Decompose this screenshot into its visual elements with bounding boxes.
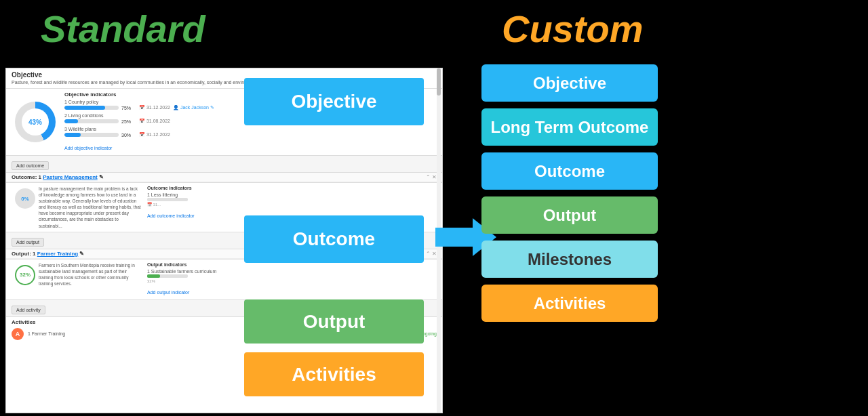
custom-item-outcome[interactable]: Outcome bbox=[481, 152, 658, 190]
output-name-link[interactable]: Farmer Training bbox=[37, 251, 78, 257]
indicator-date: 📅 31.12.2022 bbox=[139, 132, 170, 138]
add-outcome-button[interactable]: Add outcome bbox=[12, 161, 49, 170]
custom-item-output[interactable]: Output bbox=[481, 196, 658, 234]
add-outcome-bar: Add outcome bbox=[6, 155, 442, 172]
output-description: Farmers in Southern Monitopia receive tr… bbox=[39, 262, 147, 297]
custom-item-milestones[interactable]: Milestones bbox=[481, 241, 658, 278]
overlay-output-button[interactable]: Output bbox=[244, 299, 424, 344]
standard-title: Standard bbox=[41, 7, 205, 51]
outcome-header-title: Outcome: 1 Pasture Management ✎ bbox=[12, 174, 104, 180]
indicator-bar-bg bbox=[64, 119, 119, 123]
output-circle: 32% bbox=[12, 262, 39, 297]
outcome-percent-circle: 0% bbox=[15, 188, 35, 209]
activity-name: 1 Farmer Training bbox=[28, 331, 65, 336]
output-indicator-item: 1 Sustainable farmers curriculum 32% bbox=[147, 269, 437, 283]
indicator-pct: 75% bbox=[121, 106, 136, 110]
indicator-pct: 30% bbox=[121, 133, 136, 138]
outcome-section-header: Outcome: 1 Pasture Management ✎ ⌃ ✕ bbox=[6, 172, 442, 182]
custom-items-list: Objective Long Term Outcome Outcome Outp… bbox=[481, 64, 658, 322]
overlay-objective-button[interactable]: Objective bbox=[244, 78, 424, 125]
outcome-indicator-item: 1 Less littering 📅 31... bbox=[147, 192, 437, 207]
indicator-bar-row: 30% 📅 31.12.2022 bbox=[64, 132, 437, 138]
output-indicators: Output indicators 1 Sustainable farmers … bbox=[147, 262, 437, 297]
outcome-circle: 0% bbox=[12, 186, 39, 229]
output-header-title: Output: 1 Farmer Training ✎ bbox=[12, 251, 84, 257]
output-section: 32% Farmers in Southern Monitopia receiv… bbox=[6, 259, 442, 299]
indicator-date: 📅 31.12.2022 bbox=[139, 105, 170, 110]
indicator-item: 3 Wildlife plans 30% 📅 31.12.2022 bbox=[64, 127, 437, 138]
indicator-date: 📅 31.08.2022 bbox=[139, 119, 170, 124]
indicator-person: 👤 Jack Jackson ✎ bbox=[173, 105, 214, 110]
overlay-activities-button[interactable]: Activities bbox=[244, 352, 424, 396]
custom-item-activities[interactable]: Activities bbox=[481, 285, 658, 322]
add-outcome-indicator-button[interactable]: Add outcome indicator bbox=[147, 213, 195, 218]
left-section: Standard Objective Pasture, forest and w… bbox=[0, 0, 448, 416]
indicator-bar-fill bbox=[64, 133, 81, 137]
activity-icon: A bbox=[12, 328, 24, 340]
donut-percent: 43% bbox=[22, 108, 49, 136]
add-output-button[interactable]: Add output bbox=[12, 238, 44, 247]
add-activity-button[interactable]: Add activity bbox=[12, 306, 45, 314]
right-section: Custom Objective Long Term Outcome Outco… bbox=[461, 0, 868, 416]
output-indicator-fill bbox=[147, 274, 160, 278]
custom-item-objective[interactable]: Objective bbox=[481, 64, 658, 102]
add-output-indicator-button[interactable]: Add output indicator bbox=[147, 290, 189, 295]
indicator-bar-bg bbox=[64, 133, 119, 137]
output-body: 32% Farmers in Southern Monitopia receiv… bbox=[6, 259, 442, 299]
outcome-indicator-bar bbox=[147, 198, 188, 201]
outcome-description: In pasture management the main problem i… bbox=[39, 186, 147, 229]
section-header-icons: ⌃ ✕ bbox=[426, 174, 437, 180]
outcome-name-link[interactable]: Pasture Management bbox=[43, 174, 97, 180]
donut-chart: 43% bbox=[15, 102, 56, 142]
custom-item-long-term-outcome[interactable]: Long Term Outcome bbox=[481, 108, 658, 146]
outcome-indicators-title: Outcome indicators bbox=[147, 186, 437, 190]
donut-container: 43% bbox=[12, 91, 59, 152]
output-percent-circle: 32% bbox=[15, 265, 35, 285]
indicator-bar-bg bbox=[64, 106, 119, 110]
indicator-pct: 25% bbox=[121, 119, 136, 124]
indicator-bar-fill bbox=[64, 106, 105, 110]
custom-title: Custom bbox=[502, 7, 643, 51]
add-indicator-button[interactable]: Add objective indicator bbox=[64, 146, 112, 150]
overlay-outcome-button[interactable]: Outcome bbox=[244, 215, 424, 263]
indicator-name: 3 Wildlife plans bbox=[64, 127, 437, 131]
output-indicator-bar bbox=[147, 274, 188, 278]
scrollbar-thumb bbox=[437, 68, 441, 96]
indicator-bar-fill bbox=[64, 119, 78, 123]
